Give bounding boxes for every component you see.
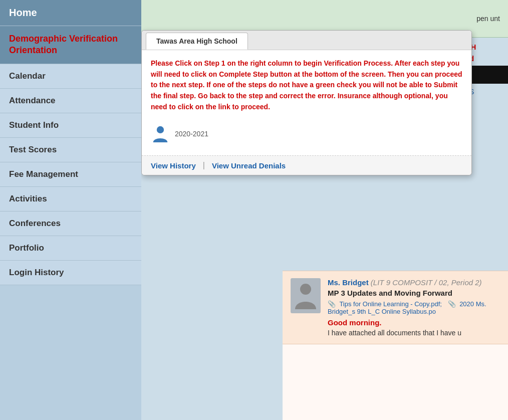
message-subject: MP 3 Updates and Moving Forward	[328, 289, 500, 297]
sidebar-item-login-history[interactable]: Login History	[0, 261, 141, 285]
sidebar-item-fee-management-label: Fee Management	[9, 169, 78, 179]
modal-tab-bar: Tawas Area High School	[142, 31, 471, 50]
sidebar-item-calendar[interactable]: Calendar	[0, 64, 141, 89]
modal-instruction-text: Please Click on Step 1 on the right colu…	[151, 58, 462, 112]
modal-dialog: Tawas Area High School Please Click on S…	[141, 30, 472, 175]
sidebar-item-test-scores-label: Test Scores	[9, 145, 57, 155]
user-icon	[151, 124, 170, 143]
sidebar-item-portfolio[interactable]: Portfolio	[0, 236, 141, 261]
sidebar-item-conferences-label: Conferences	[9, 219, 61, 229]
modal-user-row: 2020-2021	[151, 120, 462, 147]
modal-tab-tawas[interactable]: Tawas Area High School	[146, 33, 248, 50]
modal-tab-label-text: Tawas Area High School	[156, 37, 237, 45]
message-body-greeting: Good morning.	[328, 318, 500, 327]
avatar-icon	[295, 282, 317, 309]
sidebar-item-demographic-label: Demographic Verification Orientation	[9, 33, 132, 57]
sidebar-item-fee-management[interactable]: Fee Management	[0, 162, 141, 187]
modal-footer: View History | View Unread Denials	[142, 155, 471, 175]
view-unread-denials-link[interactable]: View Unread Denials	[212, 161, 286, 170]
sidebar-item-student-info-label: Student Info	[9, 120, 59, 130]
sidebar-item-activities-label: Activities	[9, 194, 47, 204]
modal-body: Please Click on Step 1 on the right colu…	[142, 50, 471, 155]
footer-separator: |	[203, 161, 205, 170]
svg-point-1	[300, 284, 311, 295]
sidebar-item-login-history-label: Login History	[9, 268, 64, 278]
message-content-area: Ms. Bridget (LIT 9 COMPOSIT / 02, Period…	[328, 278, 500, 337]
top-banner-right-text: pen unt	[476, 15, 500, 23]
paperclip-icon1: 📎	[328, 300, 336, 308]
message-body-text: I have attached all documents that I hav…	[328, 329, 500, 337]
message-item: Ms. Bridget (LIT 9 COMPOSIT / 02, Period…	[283, 271, 508, 344]
sidebar-item-home[interactable]: Home	[0, 0, 141, 26]
attachment-link-1[interactable]: Tips for Online Learning - Copy.pdf;	[339, 300, 442, 308]
message-attachment-row: 📎 Tips for Online Learning - Copy.pdf; 📎…	[328, 300, 500, 315]
paperclip-icon2: 📎	[448, 300, 456, 308]
sidebar-item-test-scores[interactable]: Test Scores	[0, 138, 141, 162]
sidebar-item-conferences[interactable]: Conferences	[0, 212, 141, 236]
person-icon	[152, 125, 169, 142]
svg-point-0	[157, 126, 164, 133]
main-content: pen unt Tawas Area High School Please Cl…	[141, 0, 508, 420]
sender-name: Ms. Bridget	[328, 278, 369, 287]
sidebar-item-portfolio-label: Portfolio	[9, 243, 44, 253]
message-avatar	[291, 278, 321, 313]
sidebar-item-student-info[interactable]: Student Info	[0, 113, 141, 138]
sender-course-text: (LIT 9 COMPOSIT / 02, Period 2)	[371, 278, 482, 287]
year-label: 2020-2021	[175, 130, 208, 138]
sidebar: Home Demographic Verification Orientatio…	[0, 0, 141, 420]
sidebar-item-calendar-label: Calendar	[9, 71, 46, 81]
message-area: Ms. Bridget (LIT 9 COMPOSIT / 02, Period…	[283, 271, 508, 420]
view-history-link[interactable]: View History	[151, 161, 196, 170]
message-sender: Ms. Bridget (LIT 9 COMPOSIT / 02, Period…	[328, 278, 500, 287]
sidebar-item-demographic-verification[interactable]: Demographic Verification Orientation	[0, 26, 141, 64]
sidebar-item-attendance-label: Attendance	[9, 96, 56, 106]
sidebar-item-attendance[interactable]: Attendance	[0, 89, 141, 113]
sidebar-item-activities[interactable]: Activities	[0, 187, 141, 212]
sidebar-item-home-label: Home	[9, 7, 37, 19]
